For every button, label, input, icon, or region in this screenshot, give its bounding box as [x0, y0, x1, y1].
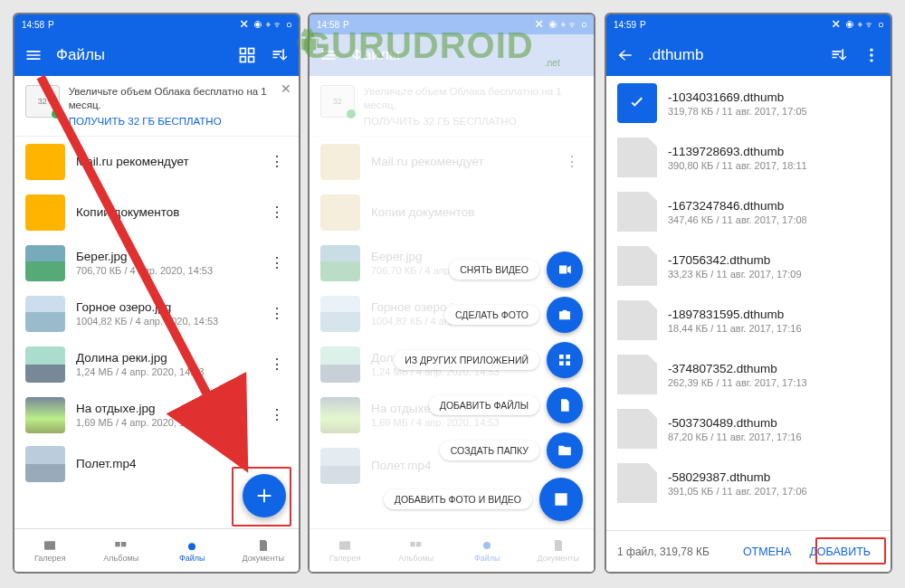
list-item[interactable]: Mail.ru рекомендует ⋮ [14, 137, 299, 187]
svg-rect-2 [241, 57, 246, 62]
add-button[interactable]: ДОБАВИТЬ [800, 540, 880, 564]
screen-3: 14:59P ✕ ⦿ ◈ ᯤ ▢ .dthumb -1034031669.dth… [605, 13, 892, 574]
nav-albums[interactable]: Альбомы [86, 529, 157, 572]
nav-files[interactable]: Файлы [157, 529, 228, 572]
sd-card-icon: 32 [25, 85, 60, 118]
file-icon [617, 192, 657, 232]
more-icon[interactable]: ⋮ [266, 153, 288, 170]
fab-add-button[interactable] [243, 474, 286, 517]
svg-rect-14 [559, 361, 564, 365]
app-bar: Файлы [14, 34, 299, 76]
file-list: -1034031669.dthumb319,78 КБ / 11 авг. 20… [606, 76, 891, 510]
fab-action-add-media[interactable]: ДОБАВИТЬ ФОТО И ВИДЕО [384, 478, 583, 521]
folder-add-icon [547, 432, 583, 469]
more-icon[interactable]: ⋮ [266, 356, 288, 373]
file-list: Mail.ru рекомендует ⋮ Копии документов ⋮… [14, 137, 299, 488]
page-title: Файлы [56, 46, 224, 64]
selection-footer: 1 файл, 319,78 КБ ОТМЕНА ДОБАВИТЬ [606, 530, 891, 572]
fab-action-video[interactable]: СНЯТЬ ВИДЕО [449, 251, 583, 288]
svg-rect-5 [115, 542, 119, 546]
svg-rect-3 [249, 57, 254, 62]
promo-text: Увеличьте объем Облака бесплатно на 1 ме… [69, 85, 288, 112]
more-icon[interactable]: ⋮ [266, 406, 288, 423]
list-item[interactable]: Берег.jpg706,70 КБ / 4 апр. 2020, 14:53 … [14, 238, 299, 289]
list-item[interactable]: -503730489.dthumb87,20 КБ / 11 авг. 2017… [606, 402, 891, 456]
list-item[interactable]: Горное озеро.jpg1004,82 КБ / 4 апр. 2020… [14, 289, 299, 339]
status-bar: 14:59P ✕ ⦿ ◈ ᯤ ▢ [606, 14, 891, 34]
list-item[interactable]: -17056342.dthumb33,23 КБ / 11 авг. 2017,… [606, 239, 891, 293]
file-icon [617, 463, 657, 503]
svg-rect-4 [44, 541, 55, 549]
screen-1: 14:58P ✕ ⦿ ◈ ᯤ ▢ Файлы 32 Увеличьте объе… [13, 13, 300, 574]
menu-icon[interactable] [24, 45, 43, 65]
image-thumbnail [25, 245, 65, 281]
sort-icon[interactable] [829, 45, 849, 65]
file-icon [617, 355, 657, 394]
svg-rect-13 [566, 355, 570, 359]
list-item[interactable]: Копии документов ⋮ [14, 187, 299, 238]
page-title: .dthumb [648, 46, 816, 64]
list-item[interactable]: На отдыхе.jpg1,69 МБ / 4 апр. 2020, 14:5… [14, 390, 299, 441]
fab-action-other-apps[interactable]: ИЗ ДРУГИХ ПРИЛОЖЕНИЙ [394, 342, 583, 378]
list-item[interactable]: Долина реки.jpg1,24 МБ / 4 апр. 2020, 14… [14, 339, 299, 390]
fab-action-photo[interactable]: СДЕЛАТЬ ФОТО [444, 297, 583, 333]
file-icon [617, 138, 657, 177]
video-icon [547, 251, 583, 288]
list-item[interactable]: -1139728693.dthumb390,80 КБ / 11 авг. 20… [606, 130, 891, 185]
list-item[interactable]: -1034031669.dthumb319,78 КБ / 11 авг. 20… [606, 76, 891, 130]
bottom-nav: Галерея Альбомы Файлы Документы [14, 528, 299, 572]
cancel-button[interactable]: ОТМЕНА [734, 540, 800, 564]
list-item[interactable]: -1897831595.dthumb18,44 КБ / 11 авг. 201… [606, 293, 891, 347]
nav-gallery[interactable]: Галерея [14, 529, 86, 572]
close-icon[interactable]: ✕ [281, 81, 291, 96]
screen-2: 14:58P ✕ ⦿ ◈ ᯤ ▢ Файлы 32 Увеличьте объе… [308, 13, 595, 574]
fab-action-add-files[interactable]: ДОБАВИТЬ ФАЙЛЫ [429, 387, 583, 423]
svg-rect-1 [249, 49, 254, 54]
list-item[interactable]: -58029387.dthumb391,05 КБ / 11 авг. 2017… [606, 456, 891, 510]
image-thumbnail [25, 446, 65, 482]
svg-rect-12 [559, 355, 564, 359]
file-icon [617, 409, 657, 449]
svg-point-16 [870, 49, 872, 52]
svg-rect-6 [121, 542, 126, 546]
folder-icon [25, 194, 65, 231]
image-icon [539, 478, 583, 521]
back-icon[interactable] [615, 45, 635, 65]
svg-rect-0 [241, 49, 246, 54]
more-icon[interactable] [862, 45, 881, 65]
list-item[interactable]: -1673247846.dthumb347,46 КБ / 11 авг. 20… [606, 185, 891, 239]
checkbox-checked-icon[interactable] [617, 83, 657, 123]
fab-action-create-folder[interactable]: СОЗДАТЬ ПАПКУ [440, 432, 583, 469]
image-thumbnail [25, 296, 65, 332]
file-icon [617, 246, 657, 286]
more-icon[interactable]: ⋮ [266, 254, 288, 271]
app-bar: .dthumb [606, 34, 891, 76]
promo-cta[interactable]: ПОЛУЧИТЬ 32 ГБ БЕСПЛАТНО [69, 116, 288, 127]
image-thumbnail [25, 397, 65, 433]
file-icon [547, 387, 583, 423]
svg-point-17 [870, 53, 872, 56]
image-thumbnail [25, 346, 65, 383]
watermark-text: GURUDROID [302, 25, 534, 66]
apps-icon [547, 342, 583, 378]
selection-info: 1 файл, 319,78 КБ [617, 545, 734, 558]
fab-menu: СНЯТЬ ВИДЕО СДЕЛАТЬ ФОТО ИЗ ДРУГИХ ПРИЛО… [384, 251, 583, 521]
list-item[interactable]: -374807352.dthumb262,39 КБ / 11 авг. 201… [606, 347, 891, 402]
more-icon[interactable]: ⋮ [266, 305, 288, 322]
camera-icon [547, 297, 583, 333]
svg-point-18 [870, 59, 872, 62]
more-icon[interactable]: ⋮ [266, 204, 288, 221]
status-icons: ✕ ⦿ ◈ ᯤ ▢ [240, 19, 291, 30]
sort-icon[interactable] [270, 45, 290, 65]
grid-view-icon[interactable] [237, 45, 257, 65]
folder-icon [25, 144, 65, 180]
nav-docs[interactable]: Документы [228, 529, 300, 572]
file-icon [617, 300, 657, 340]
status-bar: 14:58P ✕ ⦿ ◈ ᯤ ▢ [14, 14, 299, 34]
svg-rect-15 [566, 361, 570, 365]
promo-banner: 32 Увеличьте объем Облака бесплатно на 1… [14, 76, 299, 137]
watermark-subtext: .net [545, 58, 560, 68]
